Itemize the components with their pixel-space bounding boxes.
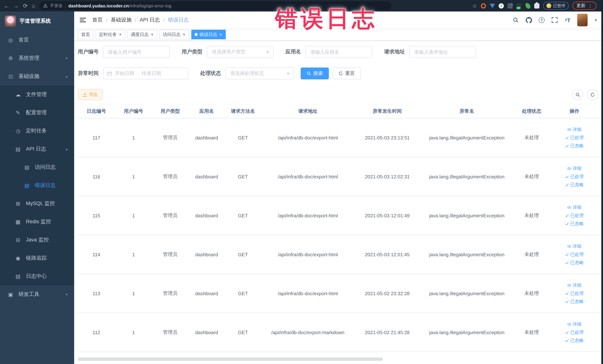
cell-exception-name: java.lang.IllegalArgumentException: [420, 313, 514, 352]
close-icon[interactable]: ×: [219, 32, 222, 37]
action-详细[interactable]: 详细: [568, 126, 581, 133]
sidebar-item-cloud[interactable]: ☁ 文件管理: [0, 85, 74, 104]
cell-exception-time: 2021-05-03 12:02:31: [355, 157, 420, 196]
sidebar-item-toolbox[interactable]: ▣ 研发工具 ▾: [0, 285, 74, 303]
tab[interactable]: 调度日志 ×: [128, 30, 157, 39]
cell-user-type: 管理员: [152, 313, 188, 352]
security-label[interactable]: 不安全: [50, 3, 63, 9]
cell-request-url: /api/infra/db-doc/export-markdown: [261, 313, 355, 352]
hamburger-icon[interactable]: [80, 18, 86, 22]
process-status-select[interactable]: 请选择处理状态▼: [225, 68, 294, 79]
action-详细[interactable]: 详细: [568, 282, 581, 288]
app-logo[interactable]: 芋道管理系统: [0, 12, 74, 31]
extension-on-icon[interactable]: [516, 3, 522, 8]
avatar[interactable]: [577, 14, 588, 26]
tab[interactable]: 错误日志 ×: [191, 30, 226, 39]
sidebar-item-gear[interactable]: ⚙ 系统管理 ▾: [0, 49, 74, 67]
fullscreen-icon[interactable]: [551, 17, 558, 23]
date-range-picker[interactable]: 开始日期 - 结束日期: [103, 68, 188, 79]
paused-badge[interactable]: 已暂停: [543, 2, 569, 10]
action-已处理[interactable]: 已处理: [565, 251, 584, 258]
vue-devtools-icon[interactable]: V: [499, 3, 504, 8]
breadcrumb-item[interactable]: API 日志: [140, 17, 160, 23]
action-已忽略[interactable]: 已忽略: [565, 337, 584, 344]
bookmark-star-icon[interactable]: ☆: [472, 3, 477, 9]
breadcrumb-item[interactable]: 首页: [92, 17, 103, 23]
cell-user-id: 1: [115, 196, 152, 235]
sidebar-item-doc[interactable]: ▤ 日志中心: [0, 267, 74, 285]
cell-request-url: /api/infra/db-doc/export-html: [261, 196, 355, 235]
chevron-down-icon[interactable]: ▼: [594, 18, 598, 22]
action-已处理[interactable]: 已处理: [565, 173, 584, 180]
redis-icon: ▦: [15, 219, 21, 224]
cell-request-url: /api/infra/db-doc/export-html: [261, 235, 355, 274]
action-详细[interactable]: 详细: [568, 204, 581, 211]
extension-orange-icon[interactable]: [481, 3, 486, 8]
font-size-icon[interactable]: TT: [564, 17, 571, 23]
action-已处理[interactable]: 已处理: [565, 134, 584, 141]
sidebar-item-clock[interactable]: ◷ 定时任务: [0, 122, 74, 140]
tab[interactable]: 访问日志 ×: [159, 30, 189, 39]
cell-user-id: 1: [115, 118, 152, 157]
cell-method: GET: [225, 196, 261, 235]
search-icon[interactable]: [512, 17, 519, 23]
sidebar-item-doc[interactable]: ▤ 错误日志: [0, 176, 74, 194]
tab[interactable]: 首页: [78, 30, 93, 39]
refresh-table-button[interactable]: [587, 89, 598, 100]
tab[interactable]: 定时任务 ×: [96, 30, 125, 39]
action-详细[interactable]: 详细: [568, 321, 581, 327]
sidebar-item-dashboard[interactable]: ◎ 首页: [0, 31, 74, 49]
action-已处理[interactable]: 已处理: [565, 290, 584, 296]
action-已忽略[interactable]: 已忽略: [565, 143, 584, 149]
help-icon[interactable]: ?: [538, 17, 545, 23]
search-button[interactable]: 搜索: [301, 68, 329, 79]
close-icon[interactable]: ×: [119, 32, 122, 37]
app-name-input[interactable]: [306, 46, 372, 58]
table-row: 116 1 管理员 dashboard GET /api/infra/db-do…: [78, 157, 600, 196]
app-title: 芋道管理系统: [20, 18, 51, 24]
close-icon[interactable]: ×: [151, 32, 154, 37]
cell-user-id: 1: [115, 157, 152, 196]
action-已忽略[interactable]: 已忽略: [565, 298, 584, 305]
forward-icon[interactable]: →: [13, 3, 19, 9]
back-icon[interactable]: ←: [4, 3, 9, 9]
sidebar-item-mysql[interactable]: ⊞ MySQL 监控: [0, 194, 74, 212]
reload-icon[interactable]: ⟳: [23, 3, 28, 9]
action-已处理[interactable]: 已处理: [565, 329, 584, 335]
request-url-input[interactable]: [410, 46, 476, 58]
cell-user-type: 管理员: [152, 235, 188, 274]
action-详细[interactable]: 详细: [568, 243, 581, 249]
action-详细[interactable]: 详细: [568, 165, 581, 172]
home-icon[interactable]: ⌂: [32, 3, 35, 9]
chevron-icon: ▾: [66, 56, 68, 60]
sidebar-item-redis[interactable]: ▦ Redis 监控: [0, 212, 74, 231]
action-已处理[interactable]: 已处理: [565, 212, 584, 219]
sidebar-item-doc[interactable]: ▤ API 日志 ▴: [0, 140, 74, 158]
toggle-search-button[interactable]: [572, 89, 583, 100]
sidebar-item-doc[interactable]: ▤ 访问日志: [0, 158, 74, 176]
browser-menu-icon[interactable]: ⋮: [588, 3, 592, 8]
extension-grid-icon[interactable]: [508, 3, 513, 8]
extensions-puzzle-icon[interactable]: [534, 3, 539, 8]
sidebar-item-java[interactable]: ⊟ Java 监控: [0, 231, 74, 249]
export-button[interactable]: 导出: [78, 89, 103, 100]
action-已忽略[interactable]: 已忽略: [565, 221, 584, 227]
breadcrumb-separator: /: [135, 17, 136, 23]
reset-button[interactable]: 重置: [333, 68, 361, 79]
horizontal-scrollbar[interactable]: [78, 357, 383, 361]
update-button[interactable]: 更新⋮: [572, 1, 596, 10]
sidebar-item-eye[interactable]: ◉ 链路追踪: [0, 249, 74, 267]
user-type-select[interactable]: 请选择用户类型▼: [207, 46, 274, 58]
action-已忽略[interactable]: 已忽略: [565, 259, 584, 266]
action-已忽略[interactable]: 已忽略: [565, 182, 584, 188]
sidebar-item-edit[interactable]: ✎ 配置管理: [0, 104, 74, 122]
user-id-input[interactable]: [104, 46, 169, 58]
breadcrumb-item[interactable]: 基础设施: [111, 17, 132, 23]
close-icon[interactable]: ×: [182, 32, 186, 37]
extension-leaf-icon[interactable]: [525, 3, 531, 9]
github-icon[interactable]: [525, 17, 532, 23]
sidebar-item-monitor[interactable]: ⊡ 基础设施 ▴: [0, 67, 74, 85]
cell-request-url: /api/infra/db-doc/export-html: [261, 118, 355, 157]
extension-shield-icon[interactable]: [490, 3, 495, 8]
cell-log-id: 115: [78, 196, 115, 235]
